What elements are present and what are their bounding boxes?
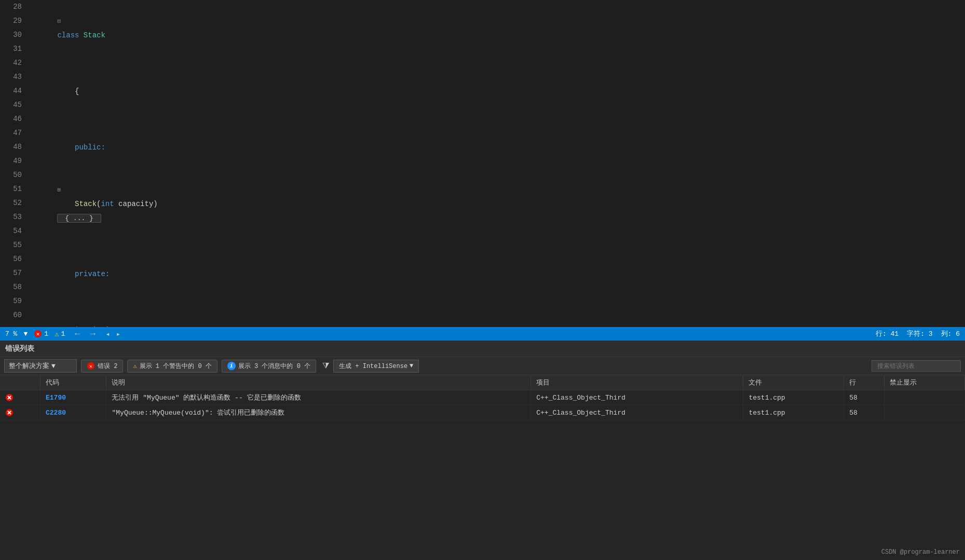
error-code-1: E1790 bbox=[40, 390, 106, 405]
kw-class-28: class bbox=[57, 31, 83, 39]
dropdown-arrow-icon: ▼ bbox=[51, 362, 56, 370]
code-line-42: private: bbox=[31, 239, 965, 295]
indent-30 bbox=[57, 143, 75, 152]
filter-messages-label: 展示 3 个消息中的 0 个 bbox=[238, 362, 310, 371]
warning-filter-icon: ⚠ bbox=[133, 362, 137, 370]
col-header-description: 说明 bbox=[106, 375, 531, 390]
class-name-28: Stack bbox=[84, 31, 105, 39]
col-header-suppress: 禁止显示 bbox=[884, 375, 964, 390]
error-desc-2: "MyQueue::MyQueue(void)": 尝试引用已删除的函数 bbox=[106, 405, 531, 420]
code-line-30: public: bbox=[31, 113, 965, 169]
gen-intellisense-button[interactable]: 生成 + IntelliSense ▼ bbox=[333, 360, 419, 373]
svg-text:✕: ✕ bbox=[89, 364, 92, 370]
fold-icon-31[interactable]: ⊞ bbox=[57, 183, 64, 197]
error-count: 1 bbox=[44, 330, 48, 338]
filter-errors-label: 错误 2 bbox=[98, 362, 117, 371]
error-panel-title: 错误列表 bbox=[0, 341, 965, 357]
col-header-index bbox=[0, 375, 40, 390]
info-filter-icon: i bbox=[227, 362, 236, 370]
error-panel: 错误列表 整个解决方案 ▼ ✕ 错误 2 ⚠ 展示 1 个警告中的 0 个 i … bbox=[0, 340, 965, 560]
table-header-row: 代码 说明 项目 文件 行 禁止显示 bbox=[0, 375, 965, 390]
collapsed-block-31: { ... } bbox=[57, 214, 101, 223]
line-numbers: 28 29 30 31 42 43 44 45 46 47 48 49 50 5… bbox=[0, 0, 26, 327]
gen-dropdown-icon: ▼ bbox=[410, 362, 413, 370]
zoom-level[interactable]: 7 % bbox=[5, 330, 17, 338]
error-project-1: C++_Class_Object_Third bbox=[531, 390, 743, 405]
filter-messages-button[interactable]: i 展示 3 个消息中的 0 个 bbox=[222, 360, 316, 373]
code-line-28: ⊟ class Stack bbox=[31, 0, 965, 57]
col-header-project: 项目 bbox=[531, 375, 743, 390]
brace-29: { bbox=[57, 87, 79, 95]
svg-text:✕: ✕ bbox=[36, 331, 40, 337]
col-info: 列: 6 bbox=[941, 329, 960, 338]
kw-private-42: private: bbox=[75, 270, 110, 278]
table-row[interactable]: E1790 无法引用 "MyQueue" 的默认构造函数 -- 它是已删除的函数… bbox=[0, 390, 965, 405]
search-errors-input[interactable] bbox=[872, 360, 961, 372]
table-row[interactable]: C2280 "MyQueue::MyQueue(void)": 尝试引用已删除的… bbox=[0, 405, 965, 420]
fold-icon-28[interactable]: ⊟ bbox=[57, 15, 64, 29]
kw-int-43: int bbox=[92, 326, 105, 327]
param-31: capacity) bbox=[114, 200, 158, 208]
nav-more-left[interactable]: ◂ bbox=[105, 330, 110, 338]
nav-back-button[interactable]: ← bbox=[71, 329, 84, 338]
kw-int-31: int bbox=[101, 200, 114, 208]
funnel-icon: ⧩ bbox=[322, 361, 329, 371]
nav-more-right[interactable]: ▸ bbox=[116, 330, 120, 338]
error-status: ✕ 1 bbox=[34, 330, 48, 338]
filter-warnings-label: 展示 1 个警告中的 0 个 bbox=[140, 362, 212, 371]
error-suppress-1 bbox=[884, 390, 964, 405]
nav-arrows: ← → bbox=[71, 329, 99, 338]
warning-count: 1 bbox=[61, 330, 65, 338]
col-header-file: 文件 bbox=[743, 375, 844, 390]
fn-stack: Stack bbox=[75, 200, 97, 208]
editor-area: 28 29 30 31 42 43 44 45 46 47 48 49 50 5… bbox=[0, 0, 965, 327]
error-file-2: test1.cpp bbox=[743, 405, 844, 420]
warning-status: ⚠ 1 bbox=[55, 330, 65, 338]
error-project-2: C++_Class_Object_Third bbox=[531, 405, 743, 420]
indent-42 bbox=[57, 270, 75, 278]
error-file-1: test1.cpp bbox=[743, 390, 844, 405]
warning-icon: ⚠ bbox=[55, 330, 59, 338]
code-content[interactable]: ⊟ class Stack { public: ⊞ Stack(int capa… bbox=[26, 0, 965, 327]
row-icon-1 bbox=[0, 390, 40, 405]
gen-label: 生成 + IntelliSense bbox=[339, 362, 407, 371]
zoom-dropdown-icon[interactable]: ▼ bbox=[23, 330, 28, 338]
col-header-code: 代码 bbox=[40, 375, 106, 390]
code-line-43: ¦ int* _a; bbox=[31, 295, 965, 327]
error-line-1: 58 bbox=[844, 390, 885, 405]
row-icon-2 bbox=[0, 405, 40, 420]
var-a: * _a; bbox=[105, 326, 127, 327]
indent-31 bbox=[57, 200, 75, 208]
solution-dropdown-label: 整个解决方案 bbox=[9, 361, 49, 371]
kw-public-30: public: bbox=[75, 143, 105, 152]
filter-warnings-button[interactable]: ⚠ 展示 1 个警告中的 0 个 bbox=[127, 360, 217, 373]
code-line-31: ⊞ Stack(int capacity) { ... } bbox=[31, 169, 965, 239]
solution-dropdown[interactable]: 整个解决方案 ▼ bbox=[4, 359, 77, 373]
right-info: 行: 41 字符: 3 列: 6 bbox=[876, 329, 960, 338]
nav-forward-button[interactable]: → bbox=[87, 329, 99, 338]
error-panel-toolbar: 整个解决方案 ▼ ✕ 错误 2 ⚠ 展示 1 个警告中的 0 个 i 展示 3 … bbox=[0, 357, 965, 375]
error-line-2: 58 bbox=[844, 405, 885, 420]
error-icon: ✕ bbox=[34, 330, 42, 338]
col-header-line: 行 bbox=[844, 375, 885, 390]
status-bar: 7 % ▼ ✕ 1 ⚠ 1 ← → ◂ ▸ 行: 41 字符: 3 列: 6 bbox=[0, 327, 965, 340]
error-suppress-2 bbox=[884, 405, 964, 420]
char-info: 字符: 3 bbox=[907, 329, 932, 338]
error-code-2: C2280 bbox=[40, 405, 106, 420]
filter-errors-button[interactable]: ✕ 错误 2 bbox=[81, 360, 123, 373]
error-desc-1: 无法引用 "MyQueue" 的默认构造函数 -- 它是已删除的函数 bbox=[106, 390, 531, 405]
error-table: 代码 说明 项目 文件 行 禁止显示 bbox=[0, 375, 965, 560]
error-filter-icon: ✕ bbox=[87, 362, 95, 370]
code-line-29: { bbox=[31, 57, 965, 113]
csdn-watermark: CSDN @program-learner bbox=[881, 549, 960, 556]
row-info: 行: 41 bbox=[876, 329, 899, 338]
